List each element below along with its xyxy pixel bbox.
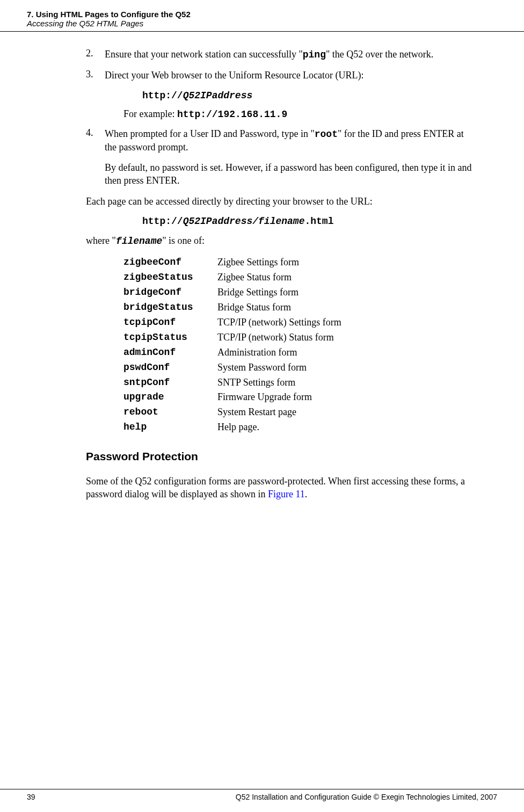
step-number: 4.	[48, 127, 105, 154]
table-row: helpHelp page.	[123, 420, 473, 435]
code-ping: ping	[303, 49, 326, 60]
header-chapter-title: 7. Using HTML Pages to Configure the Q52	[27, 10, 497, 19]
filename-desc: System Restart page	[217, 405, 473, 420]
filename-desc: TCP/IP (network) Settings form	[217, 315, 473, 330]
step-3: 3. Direct your Web browser to the Unifor…	[48, 69, 473, 82]
url-placeholder: Q52IPaddress/filename	[183, 216, 305, 227]
filename-desc: Administration form	[217, 345, 473, 360]
filename-key: upgrade	[123, 390, 217, 405]
table-row: upgradeFirmware Upgrade form	[123, 390, 473, 405]
table-row: tcpipStatusTCP/IP (network) Status form	[123, 330, 473, 345]
filename-desc: Bridge Status form	[217, 300, 473, 315]
table-row: adminConfAdministration form	[123, 345, 473, 360]
url-example-block: http://Q52IPaddress	[142, 90, 473, 101]
filename-key: help	[123, 420, 217, 435]
page-number: 39	[27, 793, 35, 801]
header-section-title: Accessing the Q52 HTML Pages	[27, 19, 497, 28]
filename-desc: Zigbee Settings form	[217, 255, 473, 270]
table-row: zigbeeStatusZigbee Status form	[123, 270, 473, 285]
filename-key: bridgeConf	[123, 285, 217, 300]
filename-key: adminConf	[123, 345, 217, 360]
paragraph: Each page can be accessed directly by di…	[86, 195, 473, 208]
url-template-block: http://Q52IPaddress/filename.html	[142, 215, 473, 227]
subheading-password-protection: Password Protection	[86, 450, 473, 463]
table-row: rebootSystem Restart page	[123, 405, 473, 420]
code-root: root	[315, 129, 338, 140]
filename-desc: Firmware Upgrade form	[217, 390, 473, 405]
step-body: Ensure that your network station can suc…	[105, 48, 473, 61]
step-number: 2.	[48, 48, 105, 61]
step-2: 2. Ensure that your network station can …	[48, 48, 473, 61]
step-4: 4. When prompted for a User ID and Passw…	[48, 127, 473, 154]
step-body: When prompted for a User ID and Password…	[105, 127, 473, 154]
table-row: tcpipConfTCP/IP (network) Settings form	[123, 315, 473, 330]
table-row: bridgeStatusBridge Status form	[123, 300, 473, 315]
step-body: Direct your Web browser to the Uniform R…	[105, 69, 473, 82]
filename-desc: System Password form	[217, 360, 473, 375]
filename-desc: Zigbee Status form	[217, 270, 473, 285]
step-4-continued: By default, no password is set. However,…	[48, 161, 473, 187]
filename-desc: SNTP Settings form	[217, 375, 473, 390]
filename-key: sntpConf	[123, 375, 217, 390]
filename-table: zigbeeConfZigbee Settings form zigbeeSta…	[123, 255, 473, 435]
filename-key: zigbeeStatus	[123, 270, 217, 285]
step-number-empty	[48, 161, 105, 187]
table-row: pswdConfSystem Password form	[123, 360, 473, 375]
text: " is one of:	[162, 235, 205, 246]
step-body: By default, no password is set. However,…	[105, 161, 473, 187]
url-suffix: .html	[304, 216, 333, 227]
filename-key: zigbeeConf	[123, 255, 217, 270]
text: where "	[86, 235, 116, 246]
page-header: 7. Using HTML Pages to Configure the Q52…	[0, 0, 524, 32]
url-placeholder: Q52IPaddress	[183, 90, 253, 101]
filename-key: reboot	[123, 405, 217, 420]
filename-key: tcpipStatus	[123, 330, 217, 345]
url-prefix: http://	[142, 216, 183, 227]
paragraph: Some of the Q52 configuration forms are …	[86, 475, 473, 501]
table-row: zigbeeConfZigbee Settings form	[123, 255, 473, 270]
url-concrete-example: For example: http://192.168.11.9	[123, 108, 473, 120]
code-url: http://192.168.11.9	[177, 109, 287, 120]
table-row: sntpConfSNTP Settings form	[123, 375, 473, 390]
paragraph: where "filename" is one of:	[86, 234, 473, 248]
text: " the Q52 over the network.	[326, 49, 433, 60]
text: Ensure that your network station can suc…	[105, 49, 303, 60]
text: For example:	[123, 108, 177, 119]
step-number: 3.	[48, 69, 105, 82]
table-row: bridgeConfBridge Settings form	[123, 285, 473, 300]
text: .	[305, 489, 308, 499]
page-footer: 39 Q52 Installation and Configuration Gu…	[0, 789, 524, 801]
text: When prompted for a User ID and Password…	[105, 128, 315, 139]
figure-link[interactable]: Figure 11	[268, 489, 305, 499]
footer-text: Q52 Installation and Configuration Guide…	[236, 793, 497, 801]
filename-desc: TCP/IP (network) Status form	[217, 330, 473, 345]
filename-key: pswdConf	[123, 360, 217, 375]
filename-desc: Help page.	[217, 420, 473, 435]
filename-desc: Bridge Settings form	[217, 285, 473, 300]
code-filename: filename	[116, 236, 162, 247]
filename-key: bridgeStatus	[123, 300, 217, 315]
url-prefix: http://	[142, 90, 183, 101]
main-content: 2. Ensure that your network station can …	[0, 32, 524, 501]
filename-key: tcpipConf	[123, 315, 217, 330]
